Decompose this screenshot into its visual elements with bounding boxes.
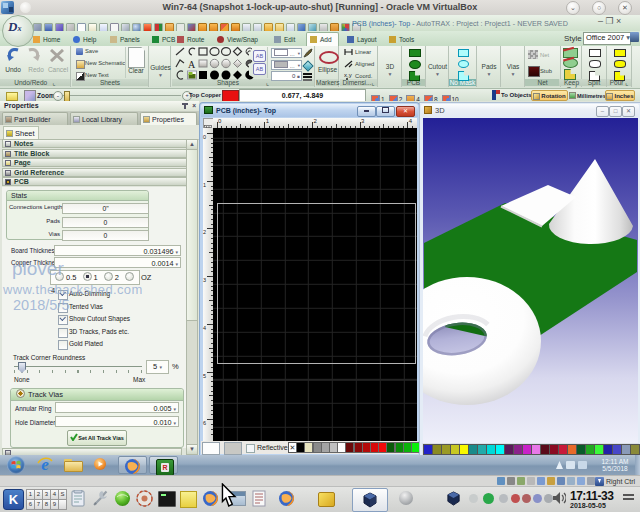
svg-text:A: A: [188, 59, 196, 70]
svg-text:x,y: x,y: [344, 72, 352, 78]
